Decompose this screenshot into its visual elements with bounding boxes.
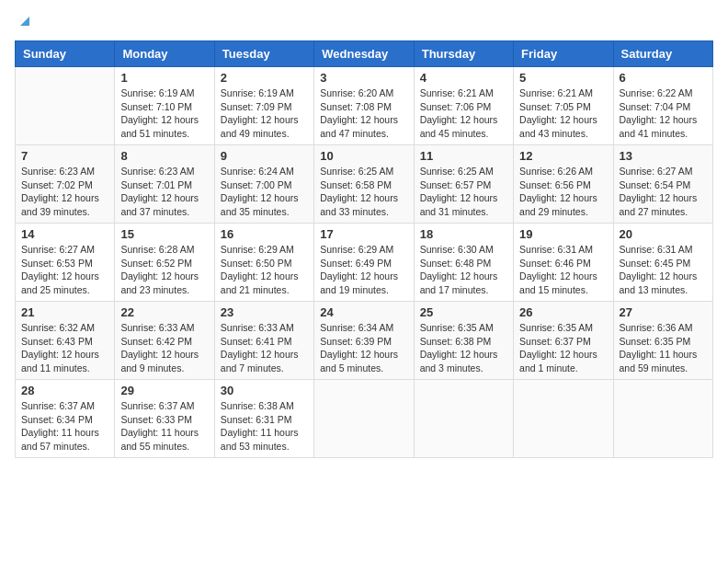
calendar-cell: 1Sunrise: 6:19 AM Sunset: 7:10 PM Daylig… [115,67,214,145]
day-info: Sunrise: 6:35 AM Sunset: 6:37 PM Dayligh… [519,321,607,375]
calendar-header-wednesday: Wednesday [314,41,414,67]
day-number: 3 [320,71,407,85]
calendar-cell: 19Sunrise: 6:31 AM Sunset: 6:46 PM Dayli… [514,224,613,302]
day-info: Sunrise: 6:19 AM Sunset: 7:10 PM Dayligh… [120,86,208,141]
day-number: 14 [21,227,108,241]
calendar-cell: 3Sunrise: 6:20 AM Sunset: 7:08 PM Daylig… [314,67,414,145]
day-number: 30 [221,384,308,397]
calendar-cell: 27Sunrise: 6:36 AM Sunset: 6:35 PM Dayli… [613,302,712,380]
calendar-table: SundayMondayTuesdayWednesdayThursdayFrid… [15,40,713,458]
calendar-cell: 22Sunrise: 6:33 AM Sunset: 6:42 PM Dayli… [115,302,214,380]
day-number: 27 [620,305,707,319]
calendar-cell: 15Sunrise: 6:28 AM Sunset: 6:52 PM Dayli… [115,224,214,302]
day-number: 22 [120,305,208,319]
calendar-cell: 11Sunrise: 6:25 AM Sunset: 6:57 PM Dayli… [414,145,513,224]
day-info: Sunrise: 6:27 AM Sunset: 6:53 PM Dayligh… [21,243,108,297]
calendar-cell: 20Sunrise: 6:31 AM Sunset: 6:45 PM Dayli… [613,224,712,302]
calendar-week-5: 28Sunrise: 6:37 AM Sunset: 6:34 PM Dayli… [16,380,713,458]
page-header [15,15,713,29]
day-number: 18 [420,227,507,241]
day-info: Sunrise: 6:34 AM Sunset: 6:39 PM Dayligh… [320,321,407,375]
day-number: 2 [221,71,308,85]
calendar-header-monday: Monday [115,41,214,67]
day-number: 16 [221,227,308,241]
day-info: Sunrise: 6:25 AM Sunset: 6:57 PM Dayligh… [420,165,507,219]
logo [15,15,33,29]
logo-triangle-icon [17,13,33,29]
day-number: 17 [320,227,407,241]
day-number: 9 [221,149,308,163]
day-number: 20 [620,227,707,241]
day-number: 4 [420,71,507,85]
day-number: 10 [320,149,407,163]
calendar-header-sunday: Sunday [16,41,115,67]
calendar-header-friday: Friday [514,41,613,67]
day-number: 29 [120,384,208,397]
day-number: 5 [519,71,607,85]
calendar-cell [514,380,613,458]
day-info: Sunrise: 6:29 AM Sunset: 6:49 PM Dayligh… [320,243,407,297]
calendar-cell: 18Sunrise: 6:30 AM Sunset: 6:48 PM Dayli… [414,224,513,302]
day-number: 6 [620,71,707,85]
calendar-cell: 23Sunrise: 6:33 AM Sunset: 6:41 PM Dayli… [214,302,313,380]
day-info: Sunrise: 6:28 AM Sunset: 6:52 PM Dayligh… [120,243,208,297]
svg-marker-0 [20,17,29,26]
day-number: 19 [519,227,607,241]
day-number: 7 [21,149,108,163]
calendar-cell: 24Sunrise: 6:34 AM Sunset: 6:39 PM Dayli… [314,302,414,380]
calendar-week-1: 1Sunrise: 6:19 AM Sunset: 7:10 PM Daylig… [16,67,713,145]
day-info: Sunrise: 6:38 AM Sunset: 6:31 PM Dayligh… [221,399,308,454]
day-info: Sunrise: 6:21 AM Sunset: 7:05 PM Dayligh… [519,86,607,141]
day-number: 11 [420,149,507,163]
day-number: 21 [21,305,108,319]
calendar-cell: 8Sunrise: 6:23 AM Sunset: 7:01 PM Daylig… [115,145,214,224]
calendar-cell: 17Sunrise: 6:29 AM Sunset: 6:49 PM Dayli… [314,224,414,302]
day-number: 24 [320,305,407,319]
day-number: 13 [620,149,707,163]
day-info: Sunrise: 6:32 AM Sunset: 6:43 PM Dayligh… [21,321,108,375]
day-info: Sunrise: 6:30 AM Sunset: 6:48 PM Dayligh… [420,243,507,297]
calendar-cell: 14Sunrise: 6:27 AM Sunset: 6:53 PM Dayli… [16,224,115,302]
day-number: 23 [221,305,308,319]
day-info: Sunrise: 6:22 AM Sunset: 7:04 PM Dayligh… [620,86,707,141]
day-info: Sunrise: 6:23 AM Sunset: 7:02 PM Dayligh… [21,165,108,219]
calendar-cell [16,67,115,145]
calendar-cell: 12Sunrise: 6:26 AM Sunset: 6:56 PM Dayli… [514,145,613,224]
calendar-cell [314,380,414,458]
calendar-cell: 10Sunrise: 6:25 AM Sunset: 6:58 PM Dayli… [314,145,414,224]
day-info: Sunrise: 6:24 AM Sunset: 7:00 PM Dayligh… [221,165,308,219]
day-info: Sunrise: 6:29 AM Sunset: 6:50 PM Dayligh… [221,243,308,297]
day-info: Sunrise: 6:33 AM Sunset: 6:41 PM Dayligh… [221,321,308,375]
day-info: Sunrise: 6:35 AM Sunset: 6:38 PM Dayligh… [420,321,507,375]
day-number: 28 [21,384,108,397]
calendar-cell: 29Sunrise: 6:37 AM Sunset: 6:33 PM Dayli… [115,380,214,458]
day-info: Sunrise: 6:26 AM Sunset: 6:56 PM Dayligh… [519,165,607,219]
calendar-header-thursday: Thursday [414,41,513,67]
day-number: 8 [120,149,208,163]
day-info: Sunrise: 6:33 AM Sunset: 6:42 PM Dayligh… [120,321,208,375]
day-info: Sunrise: 6:36 AM Sunset: 6:35 PM Dayligh… [620,321,707,375]
calendar-week-4: 21Sunrise: 6:32 AM Sunset: 6:43 PM Dayli… [16,302,713,380]
day-number: 25 [420,305,507,319]
calendar-cell: 25Sunrise: 6:35 AM Sunset: 6:38 PM Dayli… [414,302,513,380]
calendar-header-row: SundayMondayTuesdayWednesdayThursdayFrid… [16,41,713,67]
calendar-cell: 30Sunrise: 6:38 AM Sunset: 6:31 PM Dayli… [214,380,313,458]
calendar-cell: 6Sunrise: 6:22 AM Sunset: 7:04 PM Daylig… [613,67,712,145]
day-info: Sunrise: 6:31 AM Sunset: 6:45 PM Dayligh… [620,243,707,297]
calendar-cell [414,380,513,458]
calendar-cell: 2Sunrise: 6:19 AM Sunset: 7:09 PM Daylig… [214,67,313,145]
day-info: Sunrise: 6:21 AM Sunset: 7:06 PM Dayligh… [420,86,507,141]
calendar-week-2: 7Sunrise: 6:23 AM Sunset: 7:02 PM Daylig… [16,145,713,224]
day-number: 15 [120,227,208,241]
day-info: Sunrise: 6:20 AM Sunset: 7:08 PM Dayligh… [320,86,407,141]
day-info: Sunrise: 6:27 AM Sunset: 6:54 PM Dayligh… [620,165,707,219]
day-info: Sunrise: 6:37 AM Sunset: 6:33 PM Dayligh… [120,399,208,454]
calendar-header-tuesday: Tuesday [214,41,313,67]
calendar-body: 1Sunrise: 6:19 AM Sunset: 7:10 PM Daylig… [16,67,713,458]
calendar-cell: 28Sunrise: 6:37 AM Sunset: 6:34 PM Dayli… [16,380,115,458]
day-number: 26 [519,305,607,319]
calendar-cell: 16Sunrise: 6:29 AM Sunset: 6:50 PM Dayli… [214,224,313,302]
calendar-cell [613,380,712,458]
day-info: Sunrise: 6:19 AM Sunset: 7:09 PM Dayligh… [221,86,308,141]
calendar-cell: 26Sunrise: 6:35 AM Sunset: 6:37 PM Dayli… [514,302,613,380]
